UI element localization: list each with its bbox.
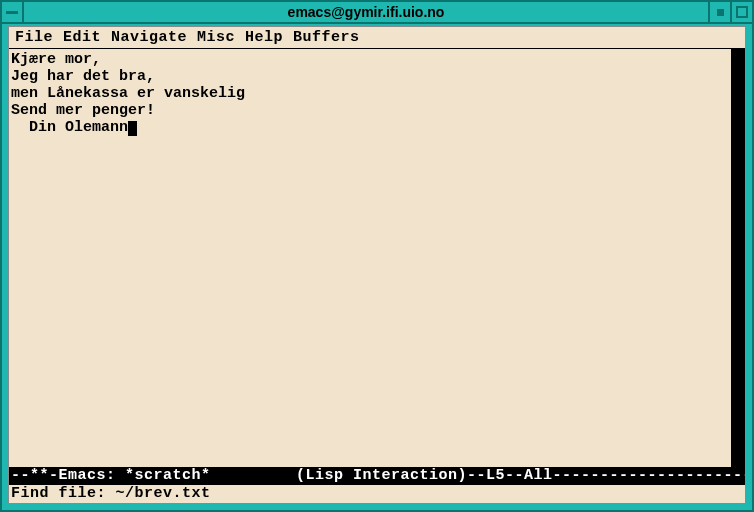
menu-navigate[interactable]: Navigate [111,29,187,46]
buffer-line: Send mer penger! [11,102,155,119]
app-window: emacs@gymir.ifi.uio.no File Edit Navigat… [0,0,754,512]
menu-file[interactable]: File [15,29,53,46]
window-title: emacs@gymir.ifi.uio.no [24,4,708,20]
titlebar: emacs@gymir.ifi.uio.no [2,2,752,24]
buffer-line: Din Olemann [11,119,128,136]
minimize-icon [717,9,724,16]
text-cursor [128,121,137,136]
minimize-button[interactable] [708,2,730,22]
menu-edit[interactable]: Edit [63,29,101,46]
modeline-text: --**-Emacs: *scratch* (Lisp Interaction)… [11,467,745,484]
titlebar-controls [708,2,752,22]
scrollbar[interactable] [731,49,745,467]
maximize-button[interactable] [730,2,752,22]
minibuffer[interactable]: Find file: ~/brev.txt [9,485,745,503]
menu-help[interactable]: Help [245,29,283,46]
emacs-frame: File Edit Navigate Misc Help Buffers Kjæ… [8,26,746,504]
menu-buffers[interactable]: Buffers [293,29,360,46]
minibuffer-text: Find file: ~/brev.txt [11,485,211,502]
maximize-icon [736,6,748,18]
menubar: File Edit Navigate Misc Help Buffers [9,27,745,49]
buffer-line: Kjære mor, [11,51,101,68]
menu-misc[interactable]: Misc [197,29,235,46]
buffer-area: Kjære mor, Jeg har det bra, men Lånekass… [9,49,745,467]
buffer-line: Jeg har det bra, [11,68,155,85]
modeline: --**-Emacs: *scratch* (Lisp Interaction)… [9,467,745,485]
buffer-text[interactable]: Kjære mor, Jeg har det bra, men Lånekass… [9,49,731,467]
window-menu-icon [6,11,18,14]
buffer-line: men Lånekassa er vanskelig [11,85,245,102]
window-menu-button[interactable] [2,2,24,22]
